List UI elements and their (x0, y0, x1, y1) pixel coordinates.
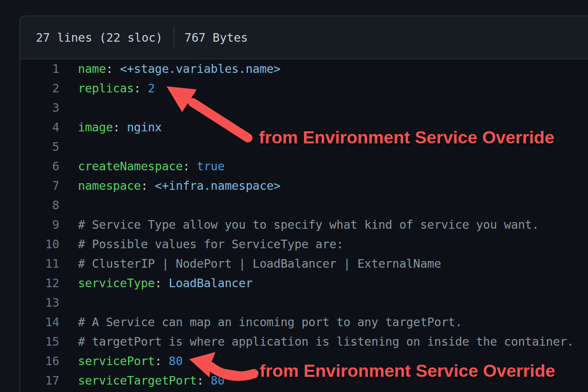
code-token-comment: # Possible values for ServiceType are: (78, 237, 344, 251)
code-line: 7namespace: <+infra.namespace> (20, 176, 588, 196)
code-line-content: # A Service can map an incoming port to … (78, 313, 462, 332)
code-token-key: servicePort (78, 354, 155, 368)
line-number[interactable]: 1 (20, 59, 59, 79)
code-line: 14# A Service can map an incoming port t… (20, 313, 588, 332)
code-line-content: serviceType: LoadBalancer (78, 274, 253, 293)
line-number[interactable]: 11 (20, 254, 59, 274)
line-number[interactable]: 10 (20, 235, 59, 254)
code-token-punct: : (141, 179, 155, 192)
code-token-punct: : (155, 354, 169, 368)
line-number[interactable]: 5 (20, 137, 59, 157)
code-token-literal: 80 (169, 354, 183, 368)
code-token-comment: # targetPort is where application is lis… (78, 335, 574, 348)
code-line-content: # Possible values for ServiceType are: (78, 235, 344, 254)
line-number[interactable]: 6 (20, 157, 59, 176)
code-token-literal: 80 (211, 374, 225, 387)
code-token-key: serviceType (78, 276, 155, 290)
code-token-comment: # Service Type allow you to specify what… (78, 218, 539, 231)
code-token-literal: 2 (148, 81, 155, 95)
code-line-content: serviceTargetPort: 80 (78, 371, 225, 390)
code-line: 9# Service Type allow you to specify wha… (20, 215, 588, 235)
file-viewer-panel: 27 lines (22 sloc) 767 Bytes 1name: <+st… (19, 16, 588, 392)
line-number[interactable]: 14 (20, 313, 59, 332)
line-number[interactable]: 16 (20, 351, 59, 371)
code-token-string: LoadBalancer (169, 276, 253, 290)
code-blob: 1name: <+stage.variables.name>2replicas:… (20, 59, 588, 390)
code-token-comment: # A Service can map an incoming port to … (78, 315, 462, 329)
code-token-key: createNamespace (78, 159, 183, 173)
code-line: 3 (20, 98, 588, 118)
code-token-comment: # ClusterIP | NodePort | LoadBalancer | … (78, 257, 441, 270)
line-number[interactable]: 8 (20, 196, 59, 215)
code-token-string: nginx (127, 120, 162, 134)
code-line: 10# Possible values for ServiceType are: (20, 235, 588, 254)
code-line: 2replicas: 2 (20, 79, 588, 98)
line-number[interactable]: 3 (20, 98, 59, 118)
code-line-content: # Service Type allow you to specify what… (78, 215, 539, 235)
code-line: 12serviceType: LoadBalancer (20, 274, 588, 293)
code-token-key: name (78, 62, 106, 76)
code-token-punct: : (134, 81, 148, 95)
annotation-text-service-port: from Environment Service Override (260, 361, 555, 381)
code-line-content: createNamespace: true (78, 157, 225, 176)
line-number[interactable]: 4 (20, 118, 59, 137)
code-token-punct: : (197, 374, 211, 387)
code-line: 11# ClusterIP | NodePort | LoadBalancer … (20, 254, 588, 274)
code-line-content: name: <+stage.variables.name> (78, 59, 280, 79)
line-number[interactable]: 2 (20, 79, 59, 98)
code-line: 1name: <+stage.variables.name> (20, 59, 588, 79)
code-line-content: servicePort: 80 (78, 351, 183, 371)
code-token-key: replicas (78, 81, 134, 95)
line-number[interactable]: 9 (20, 215, 59, 235)
code-line: 8 (20, 196, 588, 215)
code-token-key: namespace (78, 179, 141, 192)
header-divider (174, 26, 174, 48)
code-token-literal: true (197, 159, 225, 173)
line-number[interactable]: 13 (20, 293, 59, 313)
code-line: 6createNamespace: true (20, 157, 588, 176)
code-line-content: image: nginx (78, 118, 162, 137)
code-line-content: replicas: 2 (78, 79, 155, 98)
file-size-info: 767 Bytes (184, 31, 248, 44)
code-token-punct: : (113, 120, 127, 134)
line-number[interactable]: 15 (20, 332, 59, 351)
line-number[interactable]: 12 (20, 274, 59, 293)
file-header-bar: 27 lines (22 sloc) 767 Bytes (20, 16, 588, 59)
code-token-string: <+stage.variables.name> (120, 62, 280, 76)
code-token-punct: : (106, 62, 120, 76)
annotation-text-replicas: from Environment Service Override (259, 127, 554, 148)
code-line-content: # ClusterIP | NodePort | LoadBalancer | … (78, 254, 441, 274)
line-number[interactable]: 17 (20, 371, 59, 390)
code-token-punct: : (155, 276, 169, 290)
code-line: 13 (20, 293, 588, 313)
code-token-string: <+infra.namespace> (155, 179, 280, 192)
code-line: 15# targetPort is where application is l… (20, 332, 588, 351)
code-line-content: namespace: <+infra.namespace> (78, 176, 280, 196)
file-lines-info: 27 lines (22 sloc) (36, 31, 163, 44)
page-background: 27 lines (22 sloc) 767 Bytes 1name: <+st… (0, 0, 588, 392)
code-token-punct: : (183, 159, 197, 173)
code-token-key: serviceTargetPort (78, 374, 197, 387)
code-token-key: image (78, 120, 113, 134)
line-number[interactable]: 7 (20, 176, 59, 196)
code-line-content: # targetPort is where application is lis… (78, 332, 574, 351)
